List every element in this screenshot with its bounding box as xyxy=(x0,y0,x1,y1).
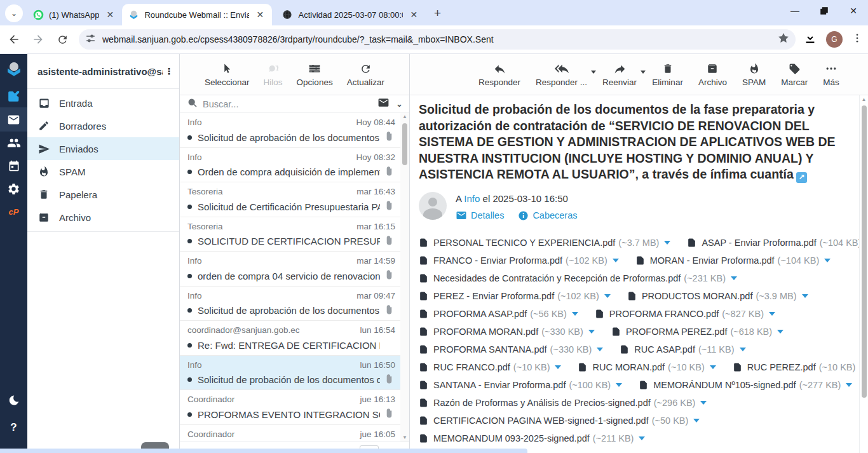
attachment-item[interactable]: PROFORMA MORAN.pdf (~330 KB) xyxy=(419,326,595,337)
mail-icon[interactable] xyxy=(0,107,27,132)
close-window-button[interactable]: ✕ xyxy=(839,0,868,22)
scroll-down-icon[interactable]: ▼ xyxy=(400,434,409,442)
settings-gear-icon[interactable] xyxy=(0,177,27,200)
message-row[interactable]: Infomar 14:59 orden de compra 04 servici… xyxy=(180,252,400,287)
reader-toolbar-responder[interactable]: Responder ... xyxy=(536,62,587,87)
attachment-menu-caret-icon[interactable] xyxy=(731,276,737,280)
attachment-menu-caret-icon[interactable] xyxy=(555,365,561,369)
attachment-item[interactable]: FRANCO - Enviar Proforma.pdf (~102 KB) xyxy=(419,255,619,266)
recipient-link[interactable]: Info xyxy=(464,193,480,204)
attachment-item[interactable]: Necesidades de Contratación y Recepción … xyxy=(419,273,737,284)
attachment-menu-caret-icon[interactable] xyxy=(613,259,619,262)
tab-close-icon[interactable]: ✕ xyxy=(104,9,116,20)
sidebar-folder-enviados[interactable]: Enviados xyxy=(27,137,179,160)
refresh-icon[interactable] xyxy=(52,29,72,50)
attachment-item[interactable]: PERSONAL TECNICO Y EXPERIENCIA.pdf (~3.7… xyxy=(419,237,670,248)
list-scroll-thumb[interactable] xyxy=(402,123,407,165)
attachment-menu-caret-icon[interactable] xyxy=(700,401,707,405)
reader-toolbar-más[interactable]: Más xyxy=(823,62,839,87)
attachment-item[interactable]: PRODUCTOS MORAN.pdf (~3.9 MB) xyxy=(627,290,808,302)
attachment-item[interactable]: RUC FRANCO.pdf (~10 KB) xyxy=(419,362,561,373)
message-row[interactable]: InfoHoy 08:44 Solicitud de aprobación de… xyxy=(180,113,400,148)
attachment-item[interactable]: MEMORÁNDUM Nº105-signed.pdf (~277 KB) xyxy=(639,379,852,391)
attachment-menu-caret-icon[interactable] xyxy=(710,365,716,369)
message-row[interactable]: Coordinadorjue 16:05 xyxy=(180,425,400,442)
message-row[interactable]: InfoHoy 08:32 Orden de compra adquisició… xyxy=(180,148,400,183)
dropdown-caret-icon[interactable] xyxy=(591,71,596,74)
sidebar-folder-borradores[interactable]: Borradores xyxy=(27,114,179,137)
attachment-menu-caret-icon[interactable] xyxy=(740,348,746,351)
sidebar-folder-archivo[interactable]: Archivo xyxy=(27,206,179,229)
back-icon[interactable] xyxy=(4,29,24,50)
reader-toolbar-reenviar[interactable]: Reenviar xyxy=(602,62,637,87)
forward-icon[interactable] xyxy=(28,29,48,50)
message-row[interactable]: Tesoreriamar 16:15 SOLICITUD DE CERTIFIC… xyxy=(180,217,400,252)
chevron-down-icon[interactable]: ⌄ xyxy=(396,99,403,109)
message-row[interactable]: Tesoreriamar 16:43 Solicitud de Certific… xyxy=(180,182,400,217)
dark-mode-moon-icon[interactable] xyxy=(0,389,27,412)
attachment-item[interactable]: PROFORMA SANTANA.pdf (~330 KB) xyxy=(419,344,603,355)
attachment-item[interactable]: SANTANA - Enviar Proforma.pdf (~100 KB) xyxy=(419,379,622,391)
restore-button[interactable] xyxy=(810,0,839,22)
headers-toggle[interactable]: Cabeceras xyxy=(518,210,577,221)
site-info-icon[interactable] xyxy=(85,33,96,46)
message-row[interactable]: Coordinadorjue 16:13 PROFORMAS EVENTO IN… xyxy=(180,390,400,425)
attachment-menu-caret-icon[interactable] xyxy=(597,348,603,351)
tab-close-icon[interactable]: ✕ xyxy=(408,9,419,20)
tab-roundcube[interactable]: Roundcube Webmail :: Enviados ✕ xyxy=(122,4,272,25)
list-toolbar-opciones[interactable]: Opciones xyxy=(297,62,333,87)
tab-search-chevron-icon[interactable]: ⌄ xyxy=(5,4,23,22)
attachment-menu-caret-icon[interactable] xyxy=(604,294,611,298)
attachment-menu-caret-icon[interactable] xyxy=(846,383,852,387)
url-text[interactable]: webmail.sanjuan.gob.ec/cpsess4380978826/… xyxy=(102,34,778,44)
menu-dots-icon[interactable] xyxy=(851,32,863,46)
reader-toolbar-marcar[interactable]: Marcar xyxy=(781,62,808,87)
tab-actividad[interactable]: Actividad 2025-03-07 08:00:00 ✕ xyxy=(276,4,426,25)
attachment-item[interactable]: RUC PEREZ.pdf (~10 KB) xyxy=(733,362,859,373)
sidebar-folder-spam[interactable]: SPAM xyxy=(27,160,179,183)
reader-toolbar-responder[interactable]: Responder xyxy=(478,62,520,87)
reader-toolbar-eliminar[interactable]: Eliminar xyxy=(652,62,683,87)
attachment-item[interactable]: PROFORMA ASAP.pdf (~56 KB) xyxy=(419,308,578,320)
bookmark-star-icon[interactable] xyxy=(778,32,789,46)
reader-toolbar-spam[interactable]: SPAM xyxy=(742,62,766,87)
account-menu-dots-icon[interactable]: ⋮ xyxy=(163,66,175,76)
attachment-menu-caret-icon[interactable] xyxy=(664,241,670,245)
attachment-item[interactable]: RUC MORAN.pdf (~10 KB) xyxy=(578,362,715,373)
roundcube-logo-icon[interactable] xyxy=(0,54,27,85)
new-tab-button[interactable]: + xyxy=(428,4,446,22)
attachment-item[interactable]: RUC ASAP.pdf (~11 KB) xyxy=(620,344,745,355)
attachment-menu-caret-icon[interactable] xyxy=(616,383,622,387)
external-link-icon[interactable]: ↗ xyxy=(796,172,807,183)
tab-close-icon[interactable]: ✕ xyxy=(254,9,266,20)
calendar-icon[interactable] xyxy=(0,154,27,177)
sidebar-folder-entrada[interactable]: Entrada xyxy=(27,91,179,114)
omnibox[interactable]: webmail.sanjuan.gob.ec/cpsess4380978826/… xyxy=(79,29,796,50)
attachment-item[interactable]: MORAN - Enviar Proforma.pdf (~104 KB) xyxy=(635,255,831,266)
scroll-up-icon[interactable]: ▲ xyxy=(860,97,868,102)
tab-whatsapp[interactable]: (1) WhatsApp ✕ xyxy=(27,4,122,25)
attachment-item[interactable]: MEMORANDUM 093-2025-signed.pdf (~211 KB) xyxy=(419,433,645,444)
attachment-menu-caret-icon[interactable] xyxy=(777,330,783,334)
attachment-item[interactable]: PROFORMA FRANCO.pdf (~827 KB) xyxy=(595,308,775,320)
attachment-item[interactable]: CERTIFICACION PAGINA WEB-signed-1-signed… xyxy=(419,415,700,426)
details-toggle[interactable]: Detalles xyxy=(456,210,504,221)
dropdown-caret-icon[interactable] xyxy=(641,71,646,74)
attachment-menu-caret-icon[interactable] xyxy=(802,294,808,298)
message-row[interactable]: coordinador@sanjuan.gob.eclun 16:54 Re: … xyxy=(180,321,400,356)
sidebar-folder-papelera[interactable]: Papelera xyxy=(27,183,179,206)
cpanel-icon[interactable]: cP xyxy=(0,200,27,223)
search-input[interactable] xyxy=(203,99,377,109)
reader-scroll-thumb[interactable] xyxy=(862,105,867,398)
reader-scrollbar[interactable]: ▲ xyxy=(859,95,868,453)
envelope-icon[interactable] xyxy=(377,97,390,111)
attachment-item[interactable]: ASAP - Enviar Proforma.pdf (~104 KB) xyxy=(687,237,859,248)
list-toolbar-seleccionar[interactable]: Seleccionar xyxy=(205,62,250,87)
reader-toolbar-archivo[interactable]: Archivo xyxy=(698,62,727,87)
attachment-item[interactable]: Razón de Proformas y Análisis de Precios… xyxy=(419,397,707,409)
attachment-menu-caret-icon[interactable] xyxy=(769,312,775,316)
attachment-menu-caret-icon[interactable] xyxy=(824,259,831,262)
profile-avatar[interactable]: G xyxy=(826,31,843,48)
scroll-up-icon[interactable]: ▲ xyxy=(400,113,409,121)
message-row[interactable]: Infolun 16:50 Solicitud de probación de … xyxy=(180,356,400,391)
